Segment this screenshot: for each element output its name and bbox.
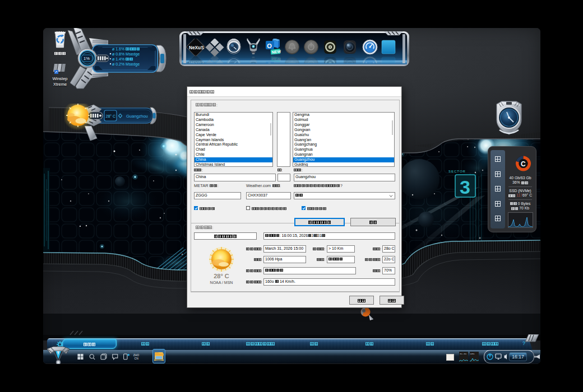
svg-text:1%: 1%	[84, 56, 90, 61]
svg-text:ZHO: ZHO	[133, 354, 140, 357]
svg-text:CN: CN	[135, 357, 139, 360]
svg-text:O: O	[267, 43, 272, 49]
svg-text:Guangzhou: Guangzhou	[126, 114, 148, 119]
svg-text:93%: 93%	[470, 353, 475, 355]
svg-text:28° C: 28° C	[106, 114, 116, 118]
svg-text:C: C	[521, 160, 526, 168]
svg-text:31.8%: 31.8%	[460, 353, 467, 355]
